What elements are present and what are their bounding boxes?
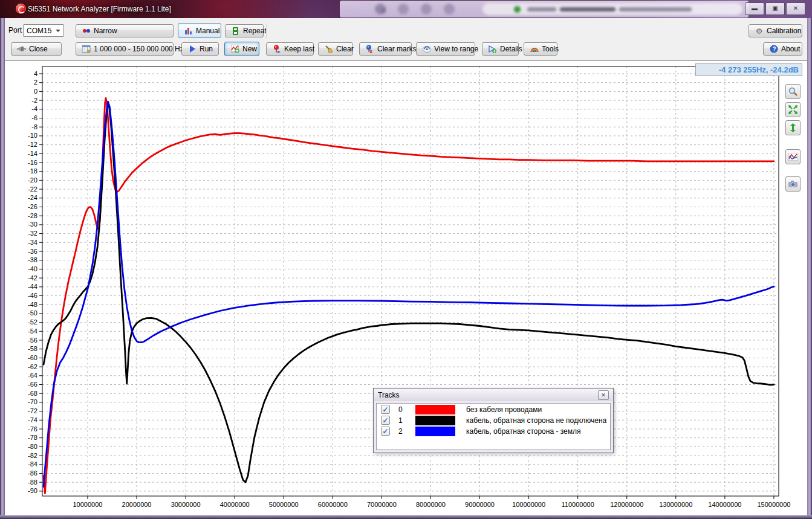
narrow-button[interactable]: Narrow bbox=[76, 24, 174, 37]
y-tick-label: -60 bbox=[28, 354, 37, 361]
fit-vertical-button[interactable] bbox=[785, 120, 801, 135]
y-tick-label: -32 bbox=[28, 230, 37, 237]
new-button[interactable]: New bbox=[224, 42, 259, 56]
track-checkbox[interactable]: ✓ bbox=[381, 405, 390, 414]
x-tick-label: 140000000 bbox=[708, 501, 741, 508]
y-tick-label: -36 bbox=[28, 248, 37, 255]
keep-last-button[interactable]: Keep last bbox=[266, 42, 314, 56]
track-index: 1 bbox=[398, 416, 411, 425]
bar-chart-icon bbox=[184, 26, 193, 35]
track-index: 0 bbox=[398, 405, 411, 414]
y-tick-label: 2 bbox=[34, 79, 37, 86]
x-tick-label: 70000000 bbox=[367, 501, 397, 508]
y-tick-label: -80 bbox=[28, 443, 37, 450]
browser-shield-icon bbox=[444, 4, 455, 15]
y-tick-label: -54 bbox=[28, 327, 37, 335]
y-tick-label: -56 bbox=[28, 337, 37, 344]
maximize-button[interactable]: ▣ bbox=[765, 2, 785, 15]
tracks-panel[interactable]: Tracks ✕ ✓0без кабеля проводами✓1кабель,… bbox=[373, 388, 614, 453]
details-button[interactable]: Details bbox=[482, 42, 519, 56]
screenshot-button[interactable] bbox=[785, 176, 801, 192]
track-color-swatch bbox=[415, 405, 455, 414]
vertical-arrows-icon bbox=[790, 123, 796, 132]
close-port-button[interactable]: Close bbox=[11, 42, 62, 56]
y-tick-label: -40 bbox=[28, 265, 37, 272]
run-button[interactable]: Run bbox=[181, 42, 219, 56]
browser-url-text bbox=[527, 7, 556, 11]
y-tick-label: -6 bbox=[31, 114, 37, 121]
y-tick-label: -14 bbox=[28, 150, 37, 157]
track-checkbox[interactable]: ✓ bbox=[381, 416, 390, 425]
fit-view-button[interactable] bbox=[785, 102, 801, 117]
y-tick-label: -38 bbox=[28, 256, 37, 263]
clear-button[interactable]: Clear bbox=[318, 42, 353, 56]
track-label: кабель, обратная сторона не подключена bbox=[466, 416, 606, 425]
window-border-left bbox=[0, 18, 5, 515]
pin-x-icon: x bbox=[365, 45, 374, 54]
new-chart-icon bbox=[230, 45, 239, 54]
zoom-button[interactable] bbox=[785, 84, 801, 99]
repeat-button[interactable]: Repeat bbox=[225, 24, 264, 37]
y-tick-label: -78 bbox=[28, 434, 37, 441]
calibration-button[interactable]: ⚙ Calibration bbox=[749, 24, 802, 37]
y-tick-label: -18 bbox=[28, 167, 37, 175]
curves-icon bbox=[788, 153, 797, 161]
x-tick-label: 110000000 bbox=[562, 501, 594, 508]
minimize-button[interactable]: ▬ bbox=[745, 2, 764, 15]
svg-text:x: x bbox=[369, 48, 372, 53]
question-icon: ? bbox=[769, 45, 778, 54]
x-tick-label: 40000000 bbox=[220, 501, 250, 508]
x-tick-label: 90000000 bbox=[465, 501, 495, 508]
toolbar-separator bbox=[266, 24, 267, 38]
tracks-titlebar[interactable]: Tracks ✕ bbox=[374, 389, 612, 401]
browser-lock-icon bbox=[514, 6, 521, 13]
expand-arrows-icon bbox=[788, 105, 797, 114]
x-tick-label: 30000000 bbox=[171, 501, 201, 508]
y-tick-label: -4 bbox=[31, 105, 37, 112]
rainbow-icon bbox=[530, 45, 539, 54]
track-checkbox[interactable]: ✓ bbox=[381, 427, 390, 436]
y-tick-label: -34 bbox=[28, 239, 37, 246]
browser-back-button bbox=[375, 4, 386, 15]
y-tick-label: -52 bbox=[28, 318, 37, 326]
y-tick-label: -16 bbox=[28, 159, 37, 166]
track-row[interactable]: ✓2кабель, обратная сторона - земля bbox=[377, 426, 610, 436]
x-tick-label: 100000000 bbox=[512, 501, 545, 508]
port-label: Port bbox=[8, 26, 22, 34]
track-row[interactable]: ✓1кабель, обратная сторона не подключена bbox=[377, 415, 610, 425]
camera-icon bbox=[788, 181, 797, 187]
port-value: COM15 bbox=[27, 27, 51, 35]
close-icon: ✕ bbox=[793, 5, 798, 11]
y-tick-label: 4 bbox=[34, 70, 37, 77]
browser-url-domain bbox=[560, 7, 615, 11]
y-tick-label: -84 bbox=[28, 460, 37, 468]
chart-panel[interactable]: 420-2-4-6-8-10-12-14-16-18-20-22-24-26-2… bbox=[5, 60, 807, 515]
app-icon bbox=[16, 4, 26, 14]
track-row[interactable]: ✓0без кабеля проводами bbox=[377, 404, 610, 414]
film-strip-icon bbox=[231, 27, 240, 36]
y-tick-label: -72 bbox=[28, 407, 37, 414]
chart-style-button[interactable] bbox=[785, 149, 801, 164]
narrow-icon bbox=[82, 27, 91, 36]
y-tick-label: -48 bbox=[28, 301, 37, 308]
clear-marks-button[interactable]: x Clear marks bbox=[359, 42, 412, 56]
track-color-swatch bbox=[415, 427, 455, 436]
x-tick-label: 80000000 bbox=[416, 501, 446, 508]
tools-button[interactable]: Tools bbox=[524, 42, 557, 56]
client-area: Port COM15 Narrow Manual Repeat ⚙ Calibr… bbox=[5, 18, 807, 515]
frequency-table-icon bbox=[82, 45, 91, 54]
manual-button[interactable]: Manual bbox=[178, 23, 221, 38]
x-tick-label: 130000000 bbox=[659, 501, 692, 508]
view-to-range-button[interactable]: View to range bbox=[416, 42, 475, 56]
view-range-icon bbox=[422, 45, 431, 54]
close-window-button[interactable]: ✕ bbox=[786, 2, 805, 15]
pin-icon bbox=[272, 45, 281, 54]
frequency-range-button[interactable]: 1 000 000 - 150 000 000 Hz bbox=[76, 42, 174, 56]
about-button[interactable]: ? About bbox=[763, 42, 802, 56]
port-select[interactable]: COM15 bbox=[23, 24, 64, 37]
tracks-close-button[interactable]: ✕ bbox=[598, 390, 609, 400]
y-tick-label: -86 bbox=[28, 469, 37, 477]
y-tick-label: -66 bbox=[28, 381, 37, 388]
x-tick-label: 10000000 bbox=[73, 501, 102, 508]
y-tick-label: -2 bbox=[31, 97, 37, 104]
